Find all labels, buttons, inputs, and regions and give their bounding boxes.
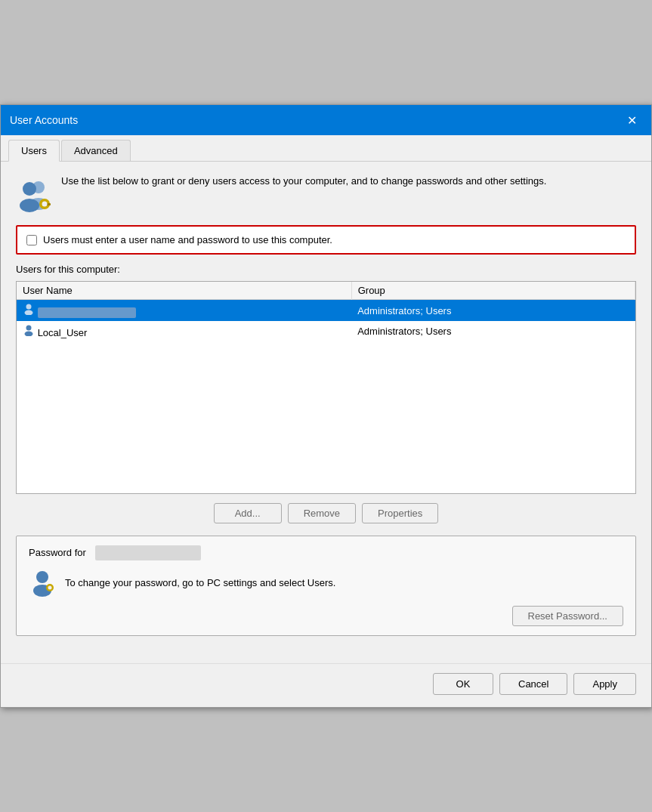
properties-button[interactable]: Properties [362, 503, 438, 523]
reset-password-button[interactable]: Reset Password... [512, 606, 624, 626]
column-username: User Name [17, 282, 351, 300]
column-group: Group [351, 282, 635, 300]
main-content: Use the list below to grant or deny user… [1, 162, 651, 663]
cancel-button[interactable]: Cancel [499, 673, 567, 695]
password-info-row: To change your password, go to PC settin… [29, 570, 623, 597]
user-name-cell: Local_User [17, 321, 351, 342]
remove-button[interactable]: Remove [288, 503, 356, 523]
table-header-row: User Name Group [17, 282, 635, 300]
title-bar: User Accounts ✕ [1, 105, 651, 135]
reset-btn-row: Reset Password... [29, 606, 623, 626]
users-group-icon [16, 177, 52, 213]
svg-point-14 [48, 585, 52, 589]
checkbox-label: Users must enter a user name and passwor… [43, 234, 332, 245]
info-text: Use the list below to grant or deny user… [61, 174, 636, 189]
svg-point-2 [23, 182, 36, 196]
user-table-container: User Name Group Admi [16, 281, 636, 494]
table-empty-space [17, 342, 635, 493]
apply-button[interactable]: Apply [573, 673, 636, 695]
user-accounts-dialog: User Accounts ✕ Users Advanced [0, 104, 652, 708]
password-username-box [95, 545, 201, 560]
tab-users[interactable]: Users [8, 140, 60, 162]
password-info-text: To change your password, go to PC settin… [65, 577, 335, 588]
action-buttons: Add... Remove Properties [16, 503, 636, 523]
svg-point-9 [26, 326, 32, 331]
svg-point-10 [25, 332, 33, 337]
info-row: Use the list below to grant or deny user… [16, 174, 636, 213]
bottom-buttons: OK Cancel Apply [1, 663, 651, 707]
group-cell: Administrators; Users [351, 321, 635, 342]
window-title: User Accounts [10, 114, 78, 126]
table-row[interactable]: Local_User Administrators; Users [17, 321, 635, 342]
password-for-label: Password for [29, 547, 86, 558]
user-row-icon [23, 303, 35, 315]
svg-point-3 [20, 199, 39, 212]
svg-point-8 [25, 310, 33, 316]
password-user-icon [29, 570, 56, 597]
tab-advanced[interactable]: Advanced [61, 140, 131, 161]
ok-button[interactable]: OK [433, 673, 493, 695]
password-legend: Password for [29, 545, 623, 560]
checkbox-row: Users must enter a user name and passwor… [16, 225, 636, 255]
add-button[interactable]: Add... [214, 503, 282, 523]
svg-point-6 [42, 202, 48, 207]
user-name-cell [17, 300, 351, 321]
user-row-icon [23, 324, 35, 336]
svg-point-7 [26, 304, 32, 310]
users-section-label: Users for this computer: [16, 264, 636, 275]
require-login-checkbox[interactable] [26, 235, 37, 245]
table-row[interactable]: Administrators; Users [17, 300, 635, 321]
svg-point-11 [36, 571, 48, 583]
tab-bar: Users Advanced [1, 135, 651, 162]
group-cell: Administrators; Users [351, 300, 635, 321]
password-section: Password for To change your password, go… [16, 536, 636, 636]
close-button[interactable]: ✕ [621, 110, 642, 131]
user-table: User Name Group Admi [17, 282, 635, 493]
